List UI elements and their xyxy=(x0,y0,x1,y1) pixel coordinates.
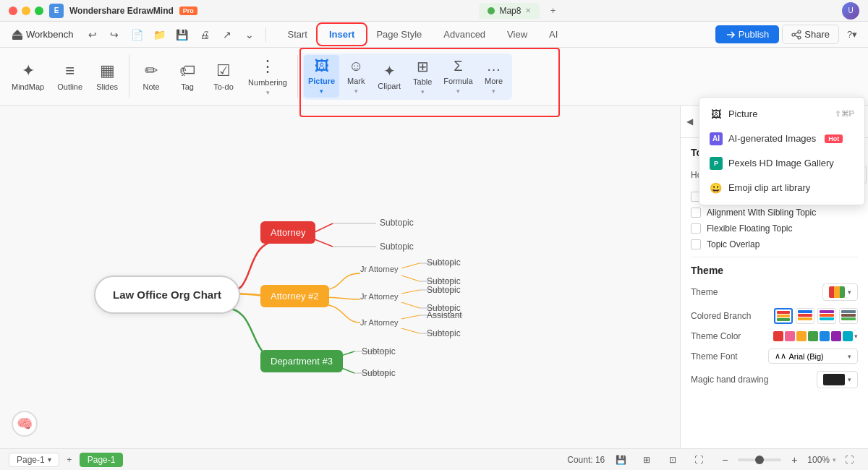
undo-redo-group: ↩ ↪ xyxy=(82,25,124,45)
central-node[interactable]: Law Office Org Chart xyxy=(94,275,240,314)
page-tab-active[interactable]: Page-1 xyxy=(80,453,124,467)
open-file-icon[interactable]: 📁 xyxy=(150,25,170,45)
theme-selector[interactable]: ▾ xyxy=(822,283,858,301)
dropdown-picture[interactable]: 🖼 Picture ⇧⌘P xyxy=(699,102,864,127)
ribbon-numbering[interactable]: ⋮ Numbering ▾ xyxy=(242,54,293,99)
alignment-checkbox[interactable] xyxy=(691,208,701,218)
save-icon[interactable]: 💾 xyxy=(172,25,192,45)
close-button[interactable] xyxy=(9,7,17,15)
page-tab-1[interactable]: Page-1 ▾ xyxy=(9,453,59,467)
magic-selector[interactable]: ▾ xyxy=(817,371,858,388)
color-swatches: ▾ xyxy=(773,331,858,341)
cb-option-2[interactable] xyxy=(796,308,814,324)
share-button[interactable]: Share xyxy=(782,25,839,44)
tab-indicator xyxy=(488,7,495,14)
outline-label: Outline xyxy=(57,82,82,91)
tab-page-style[interactable]: Page Style xyxy=(366,25,432,43)
sub-jr3[interactable]: Jr Attorney xyxy=(360,318,399,327)
ribbon-table[interactable]: ⊞ Table ▾ xyxy=(406,55,439,98)
ribbon-mark[interactable]: ☺ Mark ▾ xyxy=(339,55,373,98)
swatch-pink[interactable] xyxy=(785,331,795,341)
dropdown-pexels[interactable]: P Pexels HD Image Gallery xyxy=(699,151,864,176)
insert-dropdown: 🖼 Picture ⇧⌘P AI AI-generated Images Hot… xyxy=(699,97,865,205)
color-dropdown-arrow[interactable]: ▾ xyxy=(854,333,858,340)
zoom-slider[interactable] xyxy=(738,458,781,461)
theme-font-row: Theme Font ∧∧ Arial (Big) ▾ xyxy=(691,349,858,364)
swatch-red[interactable] xyxy=(773,331,783,341)
status-icon-3[interactable]: ⊡ xyxy=(663,450,683,470)
more-icon[interactable]: ⌄ xyxy=(239,25,260,45)
cb-option-4[interactable] xyxy=(839,308,858,324)
dropdown-emoji[interactable]: 😀 Emoji clip art library xyxy=(699,176,864,200)
ribbon-note[interactable]: ✏ Note xyxy=(134,59,169,94)
zoom-in-button[interactable]: + xyxy=(784,450,804,470)
tab-view[interactable]: View xyxy=(497,25,537,43)
maximize-button[interactable] xyxy=(35,7,43,15)
status-icon-1[interactable]: 💾 xyxy=(610,450,631,470)
ribbon-mindmap[interactable]: ✦ MindMap xyxy=(6,59,50,94)
font-selector[interactable]: ∧∧ Arial (Big) ▾ xyxy=(768,349,859,364)
publish-button[interactable]: Publish xyxy=(715,25,780,43)
branch-attorney2[interactable]: Attorney #2 xyxy=(260,285,329,307)
ribbon-sep2 xyxy=(297,55,298,98)
swatch-purple[interactable] xyxy=(831,331,841,341)
map-tab[interactable]: Map8 ✕ xyxy=(479,3,540,19)
sub-jr2[interactable]: Jr Attorney xyxy=(360,292,399,301)
colored-branch-label: Colored Branch xyxy=(691,311,774,321)
ribbon-todo[interactable]: ☑ To-do xyxy=(206,59,241,94)
branch-attorney[interactable]: Attorney xyxy=(260,221,315,244)
sub-dept3-1[interactable]: Subtopic xyxy=(362,346,396,356)
workbench-menu[interactable]: Workbench xyxy=(6,26,80,43)
ribbon-picture[interactable]: 🖼 Picture ▾ xyxy=(304,55,339,98)
tab-advanced[interactable]: Advanced xyxy=(433,25,495,43)
export-icon[interactable]: ↗ xyxy=(217,25,237,45)
ribbon-tag[interactable]: 🏷 Tag xyxy=(170,59,205,94)
ribbon-slides[interactable]: ▦ Slides xyxy=(90,59,124,94)
redo-button[interactable]: ↪ xyxy=(104,25,124,45)
sub-attorney-1[interactable]: Subtopic xyxy=(380,218,414,228)
undo-button[interactable]: ↩ xyxy=(82,25,103,45)
status-icon-2[interactable]: ⊞ xyxy=(637,450,657,470)
swatch-yellow[interactable] xyxy=(796,331,807,341)
leaf-jr1-1[interactable]: Subtopic xyxy=(427,257,461,268)
swatch-cyan[interactable] xyxy=(843,331,853,341)
fullscreen-button[interactable]: ⛶ xyxy=(839,450,859,470)
sub-jr1[interactable]: Jr Attorney xyxy=(360,265,399,273)
tab-insert[interactable]: Insert xyxy=(319,25,365,43)
sub-attorney-2[interactable]: Subtopic xyxy=(380,242,414,252)
minimize-button[interactable] xyxy=(22,7,30,15)
print-icon[interactable]: 🖨 xyxy=(195,25,215,45)
leaf-jr3-2[interactable]: Subtopic xyxy=(427,328,461,338)
cb-option-1[interactable] xyxy=(774,308,793,324)
ribbon-clipart[interactable]: ✦ Clipart xyxy=(373,59,406,93)
swatch-blue[interactable] xyxy=(820,331,830,341)
tab-close-icon[interactable]: ✕ xyxy=(525,7,531,14)
swatch-green[interactable] xyxy=(808,331,818,341)
avatar[interactable]: U xyxy=(842,2,859,20)
add-tab-button[interactable]: + xyxy=(545,4,560,18)
canvas[interactable]: Law Office Org Chart Attorney Subtopic S… xyxy=(0,106,680,448)
branch-dept3[interactable]: Department #3 xyxy=(260,350,343,372)
panel-collapse-btn[interactable]: ◀ xyxy=(686,116,693,127)
dropdown-ai-images[interactable]: AI AI-generated Images Hot xyxy=(699,127,864,151)
add-page-button[interactable]: + xyxy=(62,453,77,467)
dropdown-pexels-icon: P xyxy=(710,157,723,170)
colored-branch-options xyxy=(774,308,858,324)
ribbon-more[interactable]: … More ▾ xyxy=(477,55,511,98)
leaf-jr3-1[interactable]: Assistant xyxy=(427,310,462,320)
tab-ai[interactable]: AI xyxy=(539,25,568,43)
leaf-jr2-1[interactable]: Subtopic xyxy=(427,285,461,295)
tab-start[interactable]: Start xyxy=(278,25,318,43)
new-file-icon[interactable]: 📄 xyxy=(127,25,148,45)
cb-option-3[interactable] xyxy=(817,308,836,324)
overlap-checkbox[interactable] xyxy=(691,239,701,249)
sub-dept3-2[interactable]: Subtopic xyxy=(362,368,396,378)
ribbon-outline[interactable]: ≡ Outline xyxy=(51,59,88,94)
branch-attorney-label: Attorney xyxy=(271,227,305,238)
help-button[interactable]: ?▾ xyxy=(842,25,862,45)
formula-label: Formula xyxy=(443,77,472,85)
flexible-checkbox[interactable] xyxy=(691,223,701,234)
ribbon-formula[interactable]: Σ Formula ▾ xyxy=(439,55,477,98)
status-icon-4[interactable]: ⛶ xyxy=(689,450,709,470)
zoom-out-button[interactable]: − xyxy=(715,450,735,470)
